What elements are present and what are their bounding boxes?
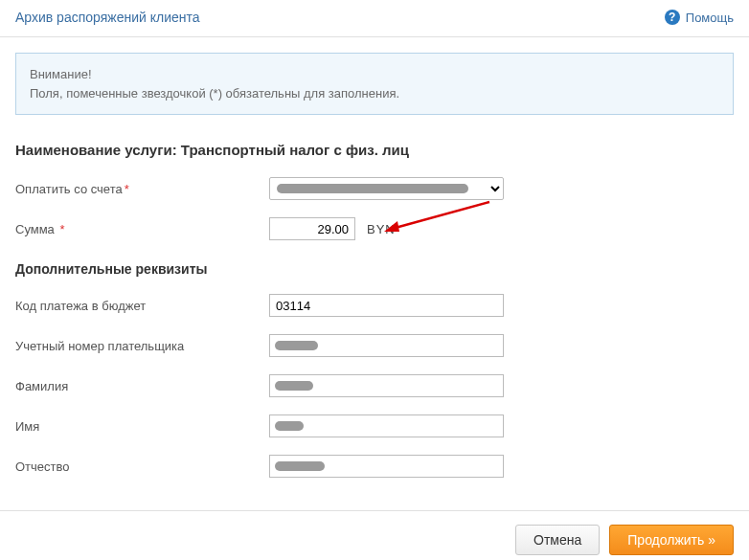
row-budget-code: Код платежа в бюджет (15, 294, 734, 317)
account-select[interactable] (269, 177, 504, 200)
footer-actions: Отмена Продолжить » (0, 510, 749, 560)
service-title: Наименование услуги: Транспортный налог … (15, 142, 734, 158)
budget-code-input[interactable] (269, 294, 504, 317)
alert-box: Внимание! Поля, помеченные звездочкой (*… (15, 53, 734, 115)
surname-input[interactable] (269, 374, 504, 397)
alert-text: Поля, помеченные звездочкой (*) обязател… (30, 84, 719, 103)
payer-number-input[interactable] (269, 334, 504, 357)
additional-title: Дополнительные реквизиты (15, 261, 734, 277)
label-payer-number: Учетный номер плательщика (15, 339, 269, 353)
label-patronymic: Отчество (15, 459, 269, 474)
row-name: Имя (15, 414, 734, 437)
row-patronymic: Отчество (15, 455, 734, 478)
label-surname: Фамилия (15, 379, 269, 393)
annotation-arrow-icon (384, 200, 499, 238)
header-bar: Архив распоряжений клиента ? Помощь (0, 0, 749, 37)
name-input[interactable] (269, 414, 504, 437)
currency-label: BYN (367, 222, 396, 236)
help-label: Помощь (686, 11, 734, 25)
help-icon: ? (665, 10, 680, 25)
patronymic-input[interactable] (269, 455, 504, 478)
svg-line-0 (392, 202, 489, 229)
label-amount: Сумма * (15, 222, 269, 236)
row-account: Оплатить со счета* (15, 177, 734, 200)
content-area: Внимание! Поля, помеченные звездочкой (*… (0, 37, 749, 510)
label-name: Имя (15, 419, 269, 434)
alert-title: Внимание! (30, 65, 719, 84)
archive-link[interactable]: Архив распоряжений клиента (15, 10, 200, 25)
service-prefix: Наименование услуги: (15, 142, 177, 158)
row-surname: Фамилия (15, 374, 734, 397)
service-name: Транспортный налог с физ. лиц (181, 142, 409, 158)
row-amount: Сумма * BYN (15, 217, 734, 240)
help-link[interactable]: ? Помощь (665, 10, 734, 25)
amount-input[interactable] (269, 217, 355, 240)
cancel-button[interactable]: Отмена (515, 525, 600, 555)
label-account: Оплатить со счета* (15, 182, 269, 196)
row-payer-number: Учетный номер плательщика (15, 334, 734, 357)
label-budget-code: Код платежа в бюджет (15, 299, 269, 313)
continue-button[interactable]: Продолжить » (609, 525, 734, 555)
